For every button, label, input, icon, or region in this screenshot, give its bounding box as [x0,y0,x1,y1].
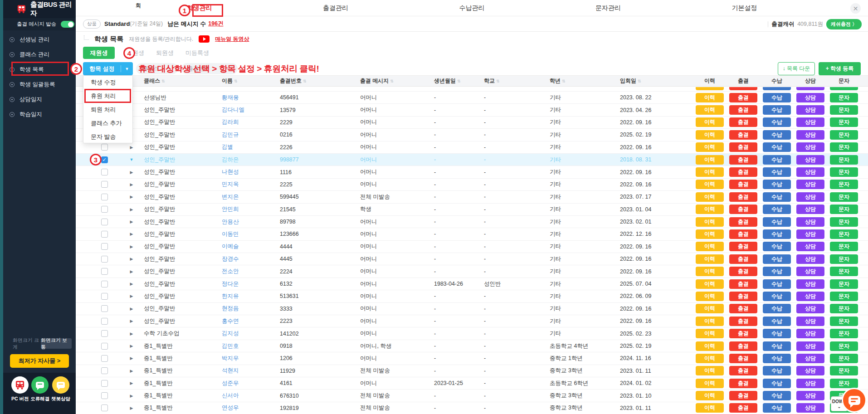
row-action-button-1[interactable]: 이력 [696,391,724,400]
row-action-button-1[interactable]: 이력 [696,379,724,388]
row-action-button-1[interactable]: 이력 [696,192,724,202]
row-action-button-1[interactable] [696,87,724,90]
row-checkbox[interactable] [101,305,108,312]
row-action-button-5[interactable]: 문자 [830,229,858,239]
row-action-button-5[interactable]: 문자 [830,341,858,351]
row-checkbox[interactable] [101,268,108,275]
row-action-button-4[interactable]: 상담 [796,391,824,400]
cell-student-name[interactable]: 김라희 [216,118,274,126]
row-action-button-5[interactable]: 문자 [830,304,858,313]
column-header-4[interactable]: 출결 메시지⇅ [355,77,429,85]
row-action-button-2[interactable]: 출결 [729,267,757,276]
row-action-button-4[interactable]: 상담 [796,167,824,177]
row-expand-arrow[interactable]: ▶ [119,170,144,175]
row-action-button-3[interactable]: 수납 [763,292,791,301]
row-action-button-5[interactable]: 문자 [830,180,858,189]
row-action-button-3[interactable]: 수납 [763,205,791,214]
row-action-button-5[interactable]: 문자 [830,205,858,214]
screen-size-large-button[interactable]: 화면크기 크게 [13,338,41,349]
row-action-button-2[interactable]: 출결 [729,93,757,102]
nav-item-4[interactable]: 문자관리 [595,4,621,12]
row-checkbox[interactable] [101,392,108,399]
row-expand-arrow[interactable]: ▶ [119,294,144,298]
row-expand-arrow[interactable]: ▶ [119,394,144,398]
cell-student-name[interactable]: 김민규 [216,131,274,139]
row-action-button-5[interactable]: 문자 [830,366,858,375]
row-action-button-2[interactable]: 출결 [729,130,757,140]
row-action-button-2[interactable]: 출결 [729,242,757,251]
tab-3[interactable]: 퇴원생 [156,49,174,57]
row-action-button-2[interactable]: 출결 [729,155,757,165]
row-action-button-5[interactable]: 문자 [830,130,858,140]
row-action-button-3[interactable] [763,87,791,90]
row-expand-arrow[interactable]: ▶ [119,381,144,385]
row-action-button-3[interactable]: 수납 [763,130,791,140]
row-action-button-3[interactable]: 수납 [763,180,791,189]
cell-student-name[interactable]: 전소안 [216,268,274,275]
row-expand-arrow[interactable]: ▶ [119,219,144,224]
row-action-button-3[interactable]: 수납 [763,155,791,165]
row-action-button-2[interactable]: 출결 [729,279,757,289]
nav-item-3[interactable]: 수납관리 [459,4,485,12]
row-checkbox[interactable] [101,219,108,225]
row-action-button-1[interactable]: 이력 [696,93,724,102]
row-action-button-4[interactable]: 상담 [796,292,824,301]
row-action-button-4[interactable]: 상담 [796,254,824,264]
row-checkbox[interactable] [101,206,108,213]
row-expand-arrow[interactable]: ▶ [119,269,144,274]
row-action-button-2[interactable]: 출결 [729,292,757,301]
cell-student-name[interactable]: 김다니엘 [216,106,274,114]
row-action-button-1[interactable]: 이력 [696,229,724,239]
cell-student-name[interactable]: 김하은 [216,156,274,164]
cell-student-name[interactable]: 장경수 [216,255,274,263]
column-header-2[interactable]: 이름⇅ [216,77,274,85]
lowest-price-mall-button[interactable]: 최저가 자사몰 > [10,354,69,368]
row-action-button-5[interactable]: 문자 [830,242,858,251]
nav-item-2[interactable]: 출결관리 [323,4,348,12]
row-expand-arrow[interactable]: ▶ [119,406,144,410]
row-action-button-5[interactable]: 문자 [830,105,858,115]
row-action-button-4[interactable]: 상담 [796,267,824,276]
row-action-button-2[interactable]: 출결 [729,205,757,214]
row-expand-arrow[interactable]: ▶ [119,232,144,236]
row-action-button-5[interactable]: 문자 [830,217,858,227]
row-action-button-2[interactable]: 출결 [729,329,757,338]
row-action-button-1[interactable]: 이력 [696,341,724,351]
cell-student-name[interactable]: 현정음 [216,305,274,312]
row-action-button-4[interactable]: 상담 [796,379,824,388]
sidebar-item-5[interactable]: 상담일지 [3,92,76,107]
row-expand-arrow[interactable]: ▶ [119,331,144,336]
row-expand-arrow[interactable]: ▶ [119,319,144,323]
row-checkbox[interactable] [101,256,108,263]
row-action-button-5[interactable]: 문자 [830,267,858,276]
row-action-button-1[interactable]: 이력 [696,403,724,413]
sidebar-item-6[interactable]: 학습일지 [3,107,76,122]
row-action-button-4[interactable]: 상담 [796,242,824,251]
row-action-button-1[interactable]: 이력 [696,354,724,363]
column-header-3[interactable]: 출결번호⇅ [274,77,355,85]
row-expand-arrow[interactable]: ▶ [119,195,144,199]
dropdown-item-5[interactable]: 문자 발송 [83,130,132,144]
row-expand-arrow[interactable]: ▶ [119,356,144,360]
tab-1[interactable]: 재원생 [83,47,115,59]
row-action-button-3[interactable]: 수납 [763,391,791,400]
row-action-button-2[interactable]: 출결 [729,105,757,115]
row-action-button-1[interactable]: 이력 [696,317,724,326]
row-action-button-4[interactable]: 상담 [796,304,824,313]
row-action-button-1[interactable]: 이력 [696,304,724,313]
row-action-button-2[interactable]: 출결 [729,341,757,351]
row-checkbox[interactable] [101,281,108,287]
row-action-button-2[interactable]: 출결 [729,354,757,363]
row-action-button-1[interactable]: 이력 [696,205,724,214]
column-header-5[interactable]: 생년월일⇅ [429,77,478,85]
row-action-button-5[interactable]: 문자 [830,117,858,127]
row-action-button-3[interactable]: 수납 [763,279,791,289]
row-action-button-3[interactable]: 수납 [763,167,791,177]
row-action-button-5[interactable] [830,87,858,90]
column-header-6[interactable]: 학교⇅ [478,77,544,85]
channel-chat-button[interactable] [842,388,867,413]
row-checkbox[interactable] [101,318,108,325]
row-action-button-4[interactable]: 상담 [796,317,824,326]
row-action-button-1[interactable]: 이력 [696,366,724,375]
row-action-button-1[interactable]: 이력 [696,130,724,140]
